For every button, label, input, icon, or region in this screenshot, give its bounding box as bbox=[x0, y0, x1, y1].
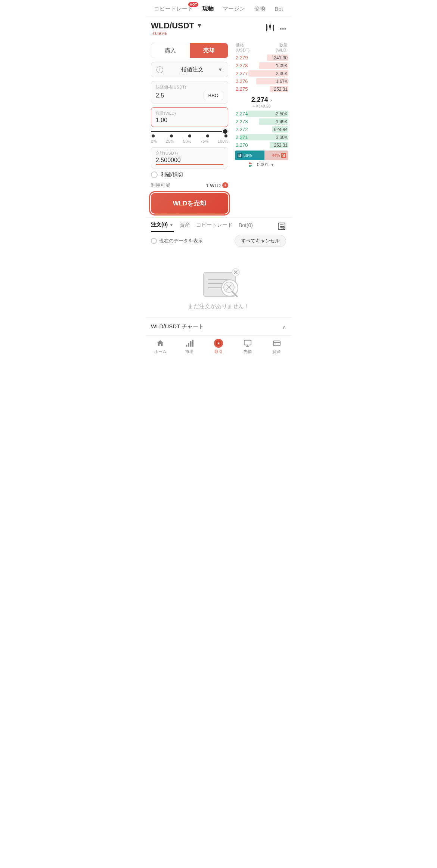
slider-dot-100[interactable] bbox=[224, 134, 227, 137]
pair-dropdown-arrow[interactable]: ▼ bbox=[196, 22, 202, 29]
slider-bar[interactable] bbox=[151, 131, 228, 132]
svg-rect-6 bbox=[273, 26, 274, 29]
qty-value[interactable]: 1.00 bbox=[156, 117, 167, 124]
chart-section[interactable]: WLD/USDT チャート ∧ bbox=[146, 317, 291, 335]
slider-dot-75[interactable] bbox=[206, 134, 209, 137]
empty-state: まだ注文がありません！ bbox=[146, 250, 291, 317]
ask-rows: 2.279 241.30 2.278 1.09K 2.277 2.36K 2.2… bbox=[235, 55, 288, 92]
orders-dropdown-icon[interactable]: ▼ bbox=[169, 222, 174, 227]
ask-row-4[interactable]: 2.276 1.67K bbox=[235, 78, 288, 84]
bottom-nav-home[interactable]: ホーム bbox=[146, 339, 175, 354]
total-input-group: 合計(USDT) 2.500000 bbox=[151, 147, 228, 168]
ask-price-1: 2.279 bbox=[236, 55, 248, 61]
ask-qty-2: 1.09K bbox=[276, 63, 288, 68]
bid-row-1[interactable]: 2.274 2.50K bbox=[235, 111, 288, 117]
hot-badge: HOT bbox=[188, 2, 198, 7]
bid-price-3: 2.272 bbox=[236, 127, 248, 132]
available-label: 利用可能 bbox=[151, 182, 170, 189]
slider-label-25: 25% bbox=[166, 139, 174, 143]
tpsl-checkbox[interactable] bbox=[151, 171, 158, 178]
slider-dot-25[interactable] bbox=[170, 134, 173, 137]
bottom-nav-futures[interactable]: 先物 bbox=[233, 339, 262, 354]
nav-exchange[interactable]: 交換 bbox=[254, 5, 266, 12]
nav-margin[interactable]: マージン bbox=[223, 5, 245, 12]
available-amount: 1 WLD bbox=[206, 183, 221, 188]
more-icon[interactable]: ··· bbox=[280, 25, 286, 33]
ask-price-3: 2.277 bbox=[236, 71, 248, 76]
slider-dot-0[interactable] bbox=[152, 134, 155, 137]
buy-sell-tabs: 購入 売却 bbox=[151, 43, 228, 58]
bottom-nav-market[interactable]: 市場 bbox=[175, 339, 204, 354]
slider-labels: 0% 25% 50% 75% 100% bbox=[151, 139, 228, 143]
tab-bot[interactable]: Bot(0) bbox=[239, 222, 253, 231]
b-label: B bbox=[237, 153, 242, 158]
bbo-button[interactable]: BBO bbox=[204, 91, 223, 100]
tab-copy-trade[interactable]: コピートレード bbox=[196, 222, 233, 232]
ask-price-2: 2.278 bbox=[236, 63, 248, 68]
nav-bot-label: Bot bbox=[275, 6, 283, 12]
depth-selector[interactable]: 0.001 ▼ bbox=[235, 162, 288, 168]
tab-bot-label: Bot(0) bbox=[239, 222, 253, 228]
order-type-info-icon[interactable]: i bbox=[156, 66, 163, 73]
assets-nav-label: 資産 bbox=[273, 349, 281, 354]
ask-row-5[interactable]: 2.275 252.31 bbox=[235, 86, 288, 92]
tpsl-row: 利確/損切 bbox=[151, 171, 228, 178]
bid-price-5: 2.270 bbox=[236, 142, 248, 148]
bid-row-5[interactable]: 2.270 252.31 bbox=[235, 142, 288, 148]
chart-icon[interactable] bbox=[265, 23, 275, 34]
ask-price-4: 2.276 bbox=[236, 78, 248, 84]
svg-rect-36 bbox=[192, 340, 193, 347]
buy-pct-value: 56% bbox=[244, 153, 252, 158]
total-value[interactable]: 2.500000 bbox=[156, 157, 181, 163]
svg-rect-12 bbox=[251, 165, 252, 166]
nav-bot[interactable]: Bot bbox=[275, 6, 283, 12]
bottom-nav: ホーム 市場 取引 bbox=[146, 335, 291, 356]
price-label: 決済価格(USDT) bbox=[156, 84, 223, 90]
empty-state-illustration bbox=[196, 261, 241, 298]
bid-row-3[interactable]: 2.272 624.84 bbox=[235, 126, 288, 133]
svg-rect-34 bbox=[188, 343, 189, 347]
slider-dot-50[interactable] bbox=[188, 134, 191, 137]
filter-checkbox[interactable] bbox=[151, 238, 157, 244]
bottom-tabs-row: 注文(0) ▼ 資産 コピートレード Bot(0) bbox=[146, 217, 291, 232]
futures-nav-label: 先物 bbox=[244, 349, 252, 354]
bid-row-2[interactable]: 2.273 1.49K bbox=[235, 118, 288, 125]
pair-header-icons: ··· bbox=[265, 21, 286, 34]
buy-tab[interactable]: 購入 bbox=[151, 43, 190, 58]
ask-row-3[interactable]: 2.277 2.36K bbox=[235, 70, 288, 77]
mid-arrow-icon: › bbox=[270, 97, 272, 103]
add-funds-icon[interactable]: + bbox=[222, 182, 228, 188]
ask-row-1[interactable]: 2.279 241.30 bbox=[235, 55, 288, 61]
sell-tab[interactable]: 売却 bbox=[190, 43, 228, 58]
tab-orders[interactable]: 注文(0) ▼ bbox=[151, 221, 174, 232]
svg-rect-0 bbox=[266, 25, 267, 30]
order-type-arrow-icon: ▼ bbox=[218, 67, 223, 72]
svg-rect-35 bbox=[190, 341, 192, 347]
order-type-row[interactable]: i 指値注文 ▼ bbox=[151, 62, 228, 77]
bottom-nav-assets[interactable]: 資産 bbox=[262, 339, 291, 354]
bid-row-4[interactable]: 2.271 3.30K bbox=[235, 134, 288, 140]
slider-thumb[interactable] bbox=[222, 128, 228, 134]
price-value[interactable]: 2.5 bbox=[156, 92, 164, 99]
nav-spot[interactable]: 現物 bbox=[202, 5, 214, 12]
mid-yen: ≈ ¥349.20 bbox=[235, 104, 288, 108]
sell-percentage: 44% S bbox=[264, 151, 288, 160]
sell-button[interactable]: WLDを売却 bbox=[151, 193, 228, 214]
bottom-nav-trade[interactable]: 取引 bbox=[204, 339, 233, 354]
tab-assets[interactable]: 資産 bbox=[180, 222, 190, 232]
available-row: 利用可能 1 WLD + bbox=[151, 182, 228, 189]
ask-qty-5: 252.31 bbox=[274, 87, 288, 92]
ob-header: 価格 (USDT) 数量 (WLD) bbox=[235, 42, 288, 52]
order-type-label: 指値注文 bbox=[167, 66, 218, 73]
slider-label-50: 50% bbox=[183, 139, 191, 143]
mid-price-row[interactable]: 2.274 › ≈ ¥349.20 bbox=[235, 94, 288, 111]
order-history-icon[interactable] bbox=[277, 222, 286, 232]
futures-icon bbox=[243, 339, 252, 348]
ask-row-2[interactable]: 2.278 1.09K bbox=[235, 62, 288, 69]
cancel-all-button[interactable]: すべてキャンセル bbox=[235, 235, 286, 247]
tab-orders-label: 注文(0) bbox=[151, 221, 168, 227]
bid-qty-4: 3.30K bbox=[276, 135, 288, 140]
bid-price-4: 2.271 bbox=[236, 134, 248, 140]
nav-copy-trade[interactable]: コピートレード HOT bbox=[154, 5, 193, 12]
bid-price-2: 2.273 bbox=[236, 119, 248, 124]
